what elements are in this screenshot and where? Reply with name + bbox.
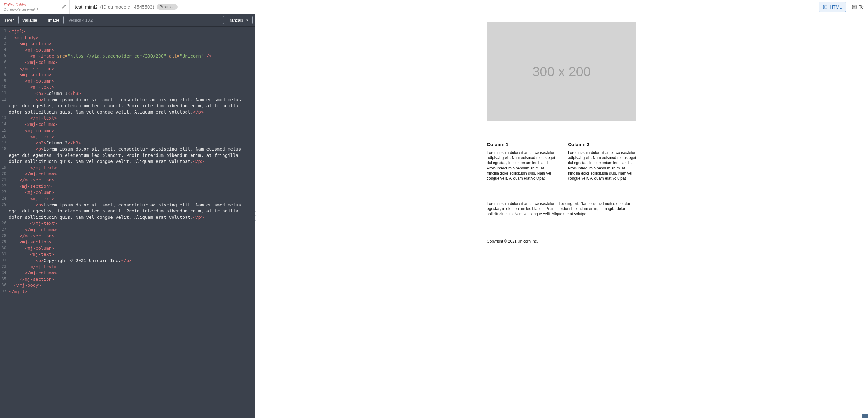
code-line[interactable]: 7 </mj-section> [0,66,255,72]
code-line[interactable]: 16 <mj-text> [0,134,255,140]
code-content[interactable]: <mj-text> [9,134,255,140]
tab-html[interactable]: HTML [818,2,846,12]
code-content[interactable]: </mj-body> [9,282,255,289]
preview-column-1: Column 1 Lorem ipsum dolor sit amet, con… [487,142,555,181]
code-content[interactable]: <mj-body> [9,35,255,41]
code-line[interactable]: 8 <mj-section> [0,72,255,78]
line-number: 4 [0,47,9,54]
code-content[interactable]: </mj-text> [9,115,255,121]
preview-fulltext: Lorem ipsum dolor sit amet, consectetur … [487,201,636,217]
code-line[interactable]: 9 <mj-column> [0,78,255,84]
main-split: sérer Variable Image Version 4.10.2 Fran… [0,14,868,418]
code-line[interactable]: 27 </mj-column> [0,227,255,233]
code-content[interactable]: <p>Lorem ipsum dolor sit amet, consectet… [9,146,255,165]
line-number: 29 [0,239,9,245]
code-content[interactable]: <mj-column> [9,128,255,134]
code-content[interactable]: <mj-section> [9,183,255,190]
image-button[interactable]: Image [44,16,63,24]
code-line[interactable]: 3 <mj-section> [0,41,255,47]
resize-corner[interactable] [862,414,868,418]
code-line[interactable]: 37</mjml> [0,289,255,295]
tab-text-label: Te [859,4,864,9]
code-line[interactable]: 23 <mj-column> [0,189,255,196]
pencil-icon[interactable] [62,4,66,9]
code-line[interactable]: 11 <h3>Column 1</h3> [0,91,255,97]
variable-button[interactable]: Variable [18,16,41,24]
language-select[interactable]: Français ▼ [223,16,253,24]
code-line[interactable]: 4 <mj-column> [0,47,255,54]
code-line[interactable]: 34 </mj-column> [0,270,255,276]
code-content[interactable]: </mj-column> [9,121,255,128]
subject-field[interactable]: Editer l'objet Qui envoie cet email ? [0,0,70,13]
code-content[interactable]: </mj-section> [9,66,255,72]
code-content[interactable]: <mj-section> [9,239,255,245]
splitter-handle[interactable] [254,210,256,222]
code-line[interactable]: 1<mjml> [0,29,255,35]
code-line[interactable]: 21 </mj-section> [0,177,255,183]
code-line[interactable]: 35 </mj-section> [0,276,255,283]
code-content[interactable]: <h3>Column 1</h3> [9,91,255,97]
code-content[interactable]: </mj-text> [9,264,255,270]
code-content[interactable]: <mj-text> [9,84,255,91]
code-line[interactable]: 29 <mj-section> [0,239,255,245]
line-number: 30 [0,245,9,252]
code-line[interactable]: 32 <p>Copyright © 2021 Unicorn Inc.</p> [0,258,255,264]
code-line[interactable]: 30 <mj-column> [0,245,255,252]
line-number: 28 [0,233,9,239]
code-content[interactable]: </mj-column> [9,270,255,276]
code-line[interactable]: 10 <mj-text> [0,84,255,91]
code-line[interactable]: 24 <mj-text> [0,196,255,202]
code-line[interactable]: 17 <h3>Column 2</h3> [0,140,255,146]
code-content[interactable]: <mj-image src="https://via.placeholder.c… [9,53,255,60]
code-line[interactable]: 31 <mj-text> [0,251,255,258]
code-line[interactable]: 12 <p>Lorem ipsum dolor sit amet, consec… [0,97,255,115]
insert-label[interactable]: sérer [3,16,16,24]
code-line[interactable]: 22 <mj-section> [0,183,255,190]
code-content[interactable]: <mj-text> [9,196,255,202]
code-line[interactable]: 20 </mj-column> [0,171,255,177]
code-content[interactable]: <h3>Column 2</h3> [9,140,255,146]
code-content[interactable]: <mj-column> [9,189,255,196]
code-line[interactable]: 18 <p>Lorem ipsum dolor sit amet, consec… [0,146,255,165]
tab-text[interactable]: Te [847,0,868,13]
header-title: test_mjml2 (ID du modèle : 4545503) Brou… [70,0,817,13]
code-content[interactable]: </mj-section> [9,276,255,283]
code-content[interactable]: <p>Lorem ipsum dolor sit amet, consectet… [9,97,255,115]
line-number: 33 [0,264,9,270]
code-line[interactable]: 28 </mj-section> [0,233,255,239]
code-content[interactable]: <mj-text> [9,251,255,258]
code-content[interactable]: <mj-section> [9,72,255,78]
code-content[interactable]: <p>Lorem ipsum dolor sit amet, consectet… [9,202,255,221]
code-content[interactable]: </mj-text> [9,165,255,171]
code-content[interactable]: </mj-section> [9,177,255,183]
code-line[interactable]: 36 </mj-body> [0,282,255,289]
code-content[interactable]: </mj-column> [9,60,255,66]
code-editor[interactable]: 1<mjml>2 <mj-body>3 <mj-section>4 <mj-co… [0,27,255,418]
code-content[interactable]: <mj-column> [9,47,255,54]
code-line[interactable]: 2 <mj-body> [0,35,255,41]
code-content[interactable]: </mj-text> [9,220,255,227]
code-line[interactable]: 25 <p>Lorem ipsum dolor sit amet, consec… [0,202,255,221]
code-line[interactable]: 6 </mj-column> [0,60,255,66]
code-line[interactable]: 15 <mj-column> [0,128,255,134]
code-content[interactable]: </mj-column> [9,227,255,233]
code-line[interactable]: 13 </mj-text> [0,115,255,121]
chevron-down-icon: ▼ [246,19,248,22]
line-number: 16 [0,134,9,140]
code-content[interactable]: </mj-column> [9,171,255,177]
code-content[interactable]: <mj-column> [9,78,255,84]
code-content[interactable]: </mjml> [9,289,255,295]
code-line[interactable]: 5 <mj-image src="https://via.placeholder… [0,53,255,60]
code-line[interactable]: 14 </mj-column> [0,121,255,128]
code-content[interactable]: <mj-column> [9,245,255,252]
code-line[interactable]: 33 </mj-text> [0,264,255,270]
preview-footer-text: Copyright © 2021 Unicorn Inc. [487,239,636,244]
code-content[interactable]: <mj-section> [9,41,255,47]
code-content[interactable]: </mj-section> [9,233,255,239]
code-content[interactable]: <mjml> [9,29,255,35]
code-content[interactable]: <p>Copyright © 2021 Unicorn Inc.</p> [9,258,255,264]
code-line[interactable]: 26 </mj-text> [0,220,255,227]
code-line[interactable]: 19 </mj-text> [0,165,255,171]
line-number: 34 [0,270,9,276]
line-number: 10 [0,84,9,91]
